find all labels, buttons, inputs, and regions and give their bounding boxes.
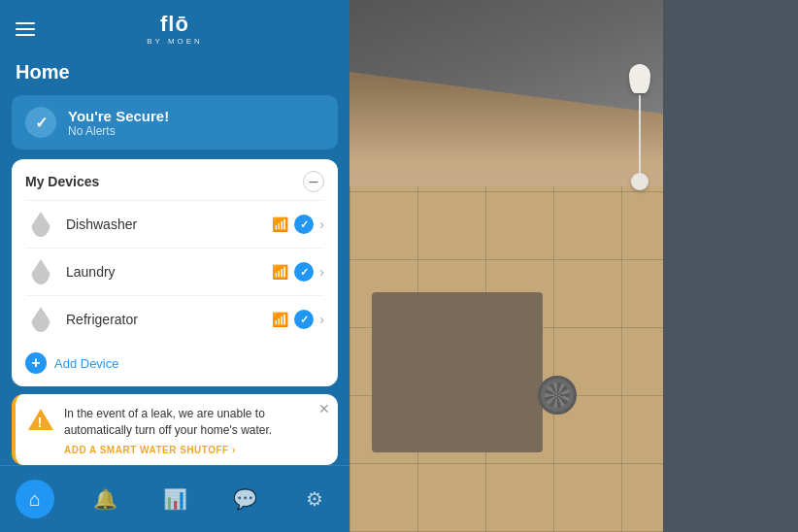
add-device-button[interactable]: + Add Device: [25, 343, 324, 378]
add-icon: +: [25, 352, 47, 374]
logo-subtitle: BY MOEN: [147, 37, 203, 46]
rug: [372, 292, 543, 451]
photo-background: [349, 0, 798, 532]
alert-triangle-icon: !: [27, 406, 54, 433]
nav-item-stats[interactable]: 📊: [140, 474, 210, 524]
connected-badge: ✓: [294, 215, 314, 234]
alert-card: ! In the event of a leak, we are unable …: [12, 394, 338, 465]
alert-close-button[interactable]: ✕: [318, 402, 330, 416]
logo: flō BY MOEN: [147, 12, 203, 46]
bottom-nav: ⌂ 🔔 📊 💬 ⚙: [0, 465, 349, 532]
laundry-icon: [25, 256, 56, 287]
page-title: Home: [0, 57, 349, 95]
alert-inner: ! In the event of a leak, we are unable …: [27, 406, 326, 455]
device-item-dishwasher[interactable]: Dishwasher 📶 ✓ ›: [25, 200, 324, 248]
alert-cta-link[interactable]: ADD A SMART WATER SHUTOFF ›: [64, 445, 326, 455]
water-sensor-device: [629, 64, 650, 190]
hamburger-menu-button[interactable]: [16, 22, 35, 36]
alert-message: In the event of a leak, we are unable to…: [64, 406, 326, 439]
dishwasher-name: Dishwasher: [66, 216, 272, 232]
device-item-refrigerator[interactable]: Refrigerator 📶 ✓ ›: [25, 295, 324, 343]
bar-chart-icon: 📊: [163, 487, 187, 511]
refrigerator-name: Refrigerator: [66, 312, 272, 327]
alert-content: In the event of a leak, we are unable to…: [64, 406, 326, 455]
right-wall: [663, 0, 798, 532]
sensor-cord: [639, 95, 641, 173]
wifi-icon: 📶: [272, 216, 288, 232]
bell-icon: 🔔: [93, 487, 117, 511]
wifi-icon: 📶: [272, 264, 288, 280]
chevron-right-icon: ›: [319, 312, 324, 327]
nav-item-settings[interactable]: ⚙: [280, 474, 349, 524]
refrigerator-status: 📶 ✓: [272, 310, 314, 329]
wifi-icon: 📶: [272, 312, 288, 327]
secure-text: You're Secure! No Alerts: [68, 108, 169, 138]
home-icon: ⌂: [29, 488, 41, 511]
refrigerator-icon: [25, 304, 56, 335]
photo-panel: [349, 0, 798, 532]
devices-title: My Devices: [25, 174, 99, 189]
gear-icon: ⚙: [306, 487, 323, 511]
chevron-right-icon: ›: [319, 216, 324, 232]
nav-item-messages[interactable]: 💬: [210, 474, 280, 524]
nav-item-home[interactable]: ⌂: [0, 474, 70, 524]
laundry-name: Laundry: [66, 264, 272, 280]
secure-subtitle: No Alerts: [68, 124, 169, 138]
devices-header: My Devices –: [25, 171, 324, 192]
dishwasher-icon: [25, 209, 56, 240]
connected-badge: ✓: [294, 310, 314, 329]
dishwasher-status: 📶 ✓: [272, 215, 314, 234]
secure-title: You're Secure!: [68, 108, 169, 124]
secure-check-icon: [25, 107, 56, 138]
laundry-status: 📶 ✓: [272, 262, 314, 282]
connected-badge: ✓: [294, 262, 314, 282]
chat-icon: 💬: [233, 487, 257, 511]
top-bar: flō BY MOEN: [0, 0, 349, 57]
secure-banner: You're Secure! No Alerts: [12, 95, 338, 150]
devices-section: My Devices – Dishwasher 📶 ✓ ›: [12, 159, 338, 383]
nav-item-alerts[interactable]: 🔔: [70, 474, 140, 524]
logo-text: flō: [160, 12, 189, 37]
chevron-right-icon: ›: [319, 264, 324, 280]
add-device-label: Add Device: [54, 356, 118, 371]
phone-panel: flō BY MOEN Home You're Secure! No Alert…: [0, 0, 349, 532]
sensor-probe: [631, 173, 648, 190]
device-item-laundry[interactable]: Laundry 📶 ✓ ›: [25, 248, 324, 295]
collapse-devices-button[interactable]: –: [303, 171, 324, 192]
content-card: My Devices – Dishwasher 📶 ✓ ›: [12, 159, 338, 386]
sensor-body: [629, 64, 650, 93]
svg-text:!: !: [38, 415, 43, 430]
